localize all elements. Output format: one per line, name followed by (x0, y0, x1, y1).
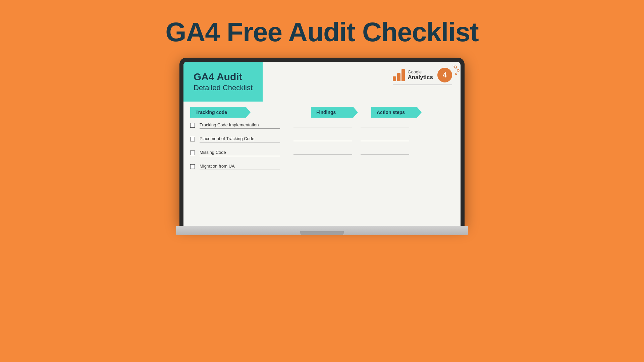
laptop-screen-inner: GA4 Audit Detailed Checklist (183, 62, 461, 226)
laptop-base (176, 226, 468, 235)
checkbox-cell-3 (190, 150, 200, 155)
ga-google-label: Google (408, 69, 422, 74)
row-action-2 (361, 136, 409, 141)
col-header-tracking-code: Tracking code (190, 107, 251, 118)
checkbox-3[interactable] (190, 150, 195, 155)
ga-logo: Google Analytics 4 (393, 68, 452, 82)
laptop-screen-outer: GA4 Audit Detailed Checklist (179, 58, 465, 226)
row-action-4 (361, 164, 409, 168)
header-right: Google Analytics 4 (393, 62, 461, 88)
ga-text: Google Analytics (408, 69, 433, 81)
laptop-container: GA4 Audit Detailed Checklist (176, 58, 468, 235)
ga-bars-icon (393, 69, 405, 81)
action-line-3 (361, 155, 409, 155)
findings-line-3 (293, 155, 352, 155)
col-header-action-steps: Action steps (371, 107, 422, 118)
checkbox-1[interactable] (190, 123, 195, 128)
ga-badge: 4 (437, 68, 452, 82)
col-header-findings: Findings (311, 107, 358, 118)
table-row: Placement of Tracking Code (190, 136, 454, 145)
checkbox-cell-4 (190, 164, 200, 169)
action-line-2 (361, 141, 409, 141)
row-action-1 (361, 122, 409, 127)
table-row: Tracking Code Implementation (190, 122, 454, 131)
header-divider (393, 84, 452, 85)
table-row: Missing Code (190, 150, 454, 159)
row-label-2: Placement of Tracking Code (200, 136, 280, 142)
screen-header: GA4 Audit Detailed Checklist (183, 62, 461, 102)
table-row: Migration from UA (190, 164, 454, 173)
ga-analytics-label: Analytics (408, 74, 433, 81)
checklist-table: Tracking code Findings Action steps Trac… (183, 102, 461, 181)
ga-network-icon (446, 64, 460, 78)
row-findings-1 (293, 122, 352, 127)
ga-bar-1 (393, 76, 396, 81)
audit-subtitle: Detailed Checklist (194, 83, 253, 92)
audit-title: GA4 Audit (194, 71, 253, 82)
findings-line-1 (293, 127, 352, 127)
checkbox-2[interactable] (190, 137, 195, 141)
page-title: GA4 Free Audit Checklist (165, 17, 478, 48)
row-item-3: Missing Code (200, 150, 283, 156)
ga-bar-3 (401, 69, 405, 81)
row-item-1: Tracking Code Implementation (200, 122, 283, 129)
checkbox-4[interactable] (190, 164, 195, 169)
row-findings-2 (293, 136, 352, 141)
column-headers: Tracking code Findings Action steps (190, 107, 454, 118)
laptop-notch (300, 231, 344, 235)
checkbox-cell-1 (190, 122, 200, 128)
ga-bar-2 (397, 73, 400, 81)
row-label-4: Migration from UA (200, 164, 280, 170)
row-findings-3 (293, 150, 352, 155)
findings-line-2 (293, 141, 352, 141)
row-label-3: Missing Code (200, 150, 280, 156)
checkbox-cell-2 (190, 136, 200, 141)
header-left-block: GA4 Audit Detailed Checklist (183, 62, 263, 102)
row-findings-4 (293, 164, 352, 168)
action-line-1 (361, 127, 409, 127)
row-label-1: Tracking Code Implementation (200, 122, 280, 129)
row-item-4: Migration from UA (200, 164, 283, 170)
row-action-3 (361, 150, 409, 155)
row-item-2: Placement of Tracking Code (200, 136, 283, 142)
